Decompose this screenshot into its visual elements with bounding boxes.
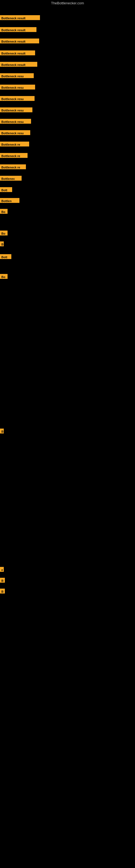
bottleneck-badge: Bottleneck result xyxy=(0,62,37,67)
bottleneck-badge: Bottleneck result xyxy=(0,38,39,43)
bottleneck-badge: Bottlenec xyxy=(0,176,21,181)
bottleneck-badge: e xyxy=(0,567,4,572)
bottleneck-badge: Bott xyxy=(0,254,11,259)
bottleneck-badge: Bottleneck re xyxy=(0,164,26,169)
bottleneck-badge: B xyxy=(0,241,4,246)
bottleneck-badge: Bottlen xyxy=(0,198,19,203)
bottleneck-badge: Bottleneck resu xyxy=(0,107,32,112)
site-title: TheBottlenecker.com xyxy=(0,0,135,6)
bottleneck-badge: B xyxy=(0,589,5,593)
bottleneck-badge: Bottleneck result xyxy=(0,27,37,32)
bottleneck-badge: Bottleneck resu xyxy=(0,85,35,90)
bottleneck-badge: Bott xyxy=(0,187,12,192)
bottleneck-badge: Bottleneck re xyxy=(0,142,29,147)
bottleneck-badge: B xyxy=(0,578,5,583)
bottleneck-badge: Bottleneck resu xyxy=(0,119,31,124)
bottleneck-badge: Bottleneck resu xyxy=(0,96,35,101)
bottleneck-badge: Bo xyxy=(0,274,8,279)
bottleneck-badge: Bo xyxy=(0,209,8,214)
bottleneck-badge: Bottleneck re xyxy=(0,153,28,158)
bottleneck-badge: Bottleneck resu xyxy=(0,130,30,135)
bottleneck-badge: Bottleneck result xyxy=(0,51,35,55)
bottleneck-badge: Bottleneck result xyxy=(0,15,40,20)
bottleneck-badge: B xyxy=(0,429,4,433)
bottleneck-badge: Bottleneck resu xyxy=(0,73,34,78)
bottleneck-badge: Bo xyxy=(0,230,8,236)
